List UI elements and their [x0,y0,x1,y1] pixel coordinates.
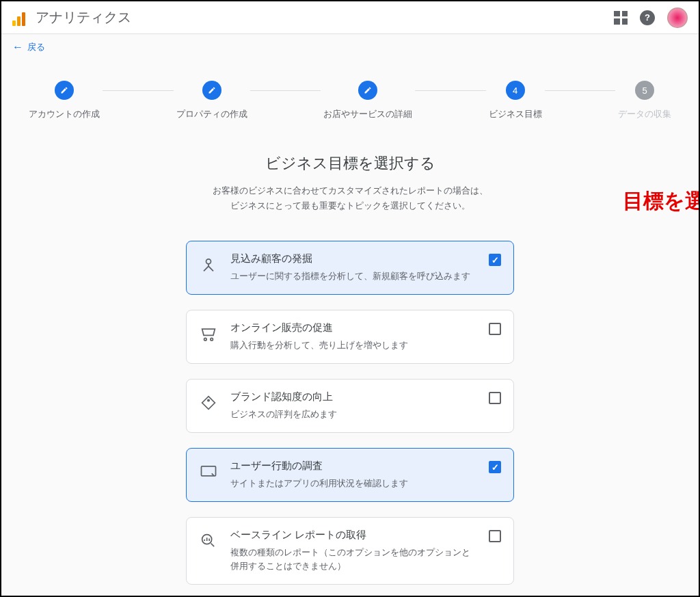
step-number: 4 [506,81,525,100]
monitor-icon [199,462,218,481]
option-sales[interactable]: オンライン販売の促進 購入行動を分析して、売り上げを増やします [186,310,514,364]
stepper: アカウントの作成 プロパティの作成 お店やサービスの詳細 4 ビジネス目標 5 … [29,81,671,120]
option-desc: 購入行動を分析して、売り上げを増やします [230,339,476,352]
step-property[interactable]: プロパティの作成 [176,81,247,120]
content: 目標を選択 ビジネス目標を選択する お客様のビジネスに合わせてカスタマイズされた… [131,153,569,597]
logo: アナリティクス [12,8,131,27]
step-account[interactable]: アカウントの作成 [29,81,100,120]
tag-icon [199,393,218,412]
svg-rect-4 [202,466,216,476]
option-desc: ビジネスの評判を広めます [230,408,476,421]
svg-point-2 [211,339,213,341]
main: アカウントの作成 プロパティの作成 お店やサービスの詳細 4 ビジネス目標 5 … [1,60,699,597]
step-connector [415,90,486,91]
back-row: ← 戻る [1,34,699,60]
option-brand[interactable]: ブランド認知度の向上 ビジネスの評判を広めます [186,379,514,433]
option-baseline[interactable]: ベースライン レポートの取得 複数の種類のレポート（このオプションを他のオプショ… [186,517,514,585]
svg-point-3 [208,400,209,401]
options-list: 見込み顧客の発掘 ユーザーに関する指標を分析して、新規顧客を呼び込みます ✓ オ… [131,241,569,585]
page-heading: ビジネス目標を選択する [131,153,569,174]
analytics-logo-icon [12,10,29,26]
option-desc: ユーザーに関する指標を分析して、新規顧客を呼び込みます [230,269,476,283]
pencil-icon [202,81,221,100]
annotation-label: 目標を選択 [623,187,700,215]
arrow-left-icon: ← [12,41,23,53]
pencil-icon [358,81,377,100]
step-data: 5 データの収集 [618,81,671,120]
avatar[interactable] [667,8,688,28]
sub-line-2: ビジネスにとって最も重要なトピックを選択してください。 [230,200,470,211]
option-title: ブランド認知度の向上 [230,390,476,403]
help-icon[interactable]: ? [640,10,655,25]
sub-line-1: お客様のビジネスに合わせてカスタマイズされたレポートの場合は、 [213,185,488,196]
step-goals[interactable]: 4 ビジネス目標 [489,81,542,120]
leads-icon [199,255,218,274]
option-title: オンライン販売の促進 [230,321,476,334]
option-title: ベースライン レポートの取得 [230,529,476,542]
step-number: 5 [635,81,654,100]
apps-icon[interactable] [614,11,628,25]
step-label: データの収集 [618,108,671,120]
page-subtext: お客様のビジネスに合わせてカスタマイズされたレポートの場合は、 ビジネスにとって… [131,183,569,213]
pencil-icon [55,81,74,100]
checkbox[interactable]: ✓ [489,461,501,473]
step-connector [250,90,321,91]
step-connector [103,90,174,91]
cart-icon [199,324,218,343]
back-link[interactable]: ← 戻る [12,41,688,53]
step-details[interactable]: お店やサービスの詳細 [323,81,412,120]
check-icon: ✓ [492,255,499,265]
option-leads[interactable]: 見込み顧客の発掘 ユーザーに関する指標を分析して、新規顧客を呼び込みます ✓ [186,241,514,295]
checkbox[interactable]: ✓ [489,254,501,266]
option-behavior[interactable]: ユーザー行動の調査 サイトまたはアプリの利用状況を確認します ✓ [186,448,514,502]
option-desc: 複数の種類のレポート（このオプションを他のオプションと併用することはできません） [230,546,476,573]
svg-point-1 [204,339,207,341]
step-label: お店やサービスの詳細 [323,108,412,120]
search-chart-icon [199,531,218,550]
checkbox[interactable] [489,530,501,542]
checkbox[interactable] [489,323,501,335]
step-label: アカウントの作成 [29,108,100,120]
back-label: 戻る [27,41,45,53]
app-title: アナリティクス [36,8,131,27]
checkbox[interactable] [489,392,501,404]
step-label: プロパティの作成 [176,108,247,120]
step-label: ビジネス目標 [489,108,542,120]
header-actions: ? [614,8,688,28]
check-icon: ✓ [492,462,499,473]
option-title: 見込み顧客の発掘 [230,252,476,265]
step-connector [545,90,616,91]
option-title: ユーザー行動の調査 [230,460,476,473]
option-desc: サイトまたはアプリの利用状況を確認します [230,477,476,490]
header: アナリティクス ? [1,1,699,34]
svg-point-0 [206,259,211,264]
